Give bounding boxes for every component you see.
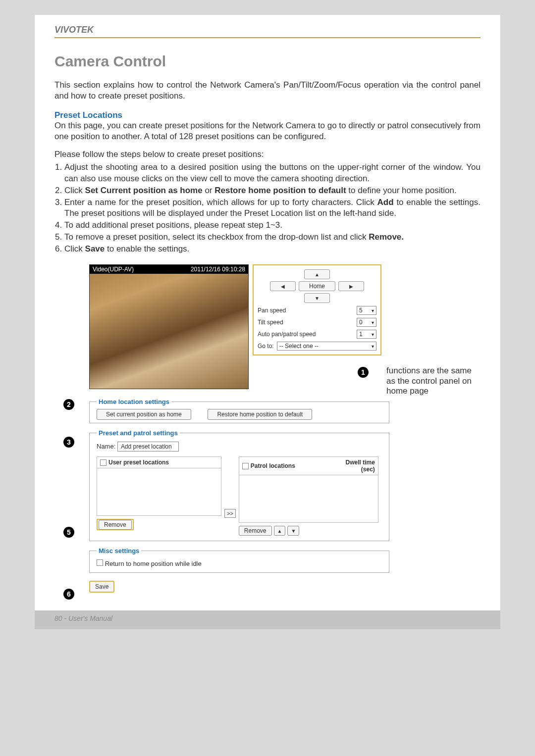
- chevron-down-icon: ▾: [372, 308, 374, 313]
- step-3: Enter a name for the preset position, wh…: [64, 197, 481, 219]
- ptz-control-panel: ▲ ◀ Home ▶ ▼ Pan speed 5▾ Tilt speed 0▾ …: [253, 264, 381, 355]
- misc-settings-legend: Misc settings: [97, 547, 141, 554]
- move-to-patrol-button[interactable]: >>: [224, 509, 236, 518]
- patrol-move-up-button[interactable]: ▲: [274, 526, 286, 536]
- annotation-marker-6: 6: [63, 589, 74, 600]
- step-4: To add additional preset positions, plea…: [64, 220, 481, 231]
- tilt-up-button[interactable]: ▲: [304, 269, 330, 279]
- annotation-marker-3: 3: [63, 437, 74, 448]
- tilt-speed-select[interactable]: 0▾: [357, 318, 376, 327]
- page-footer: 80 - User's Manual: [35, 610, 500, 629]
- home-location-fieldset: Home location settings Set current posit…: [89, 398, 389, 423]
- annotation-note-1: functions are the same as the control pa…: [386, 366, 481, 396]
- step-1: Adjust the shooting area to a desired po…: [64, 162, 481, 184]
- patrol-checkbox[interactable]: [242, 463, 249, 469]
- down-arrow-icon: ▼: [315, 296, 320, 301]
- down-arrow-icon: ▼: [291, 528, 296, 534]
- video-codec-label: Video(UDP-AV): [93, 266, 134, 273]
- preset-desc: On this page, you can create preset posi…: [54, 120, 481, 142]
- user-preset-list[interactable]: User preset locations: [97, 456, 221, 516]
- pan-speed-select[interactable]: 5▾: [357, 306, 376, 315]
- remove-user-preset-button[interactable]: Remove: [99, 520, 132, 530]
- video-title-bar: Video(UDP-AV) 2011/12/16 09:10:28: [90, 265, 248, 274]
- chevron-down-icon: ▾: [372, 320, 374, 325]
- misc-settings-fieldset: Misc settings Return to home position wh…: [89, 547, 389, 573]
- tilt-down-button[interactable]: ▼: [304, 293, 330, 303]
- step-6: Click Save to enable the settings.: [64, 244, 481, 254]
- auto-speed-label: Auto pan/patrol speed: [258, 331, 316, 338]
- preset-heading: Preset Locations: [54, 110, 481, 120]
- save-button[interactable]: Save: [89, 581, 114, 593]
- steps-intro: Please follow the steps below to create …: [54, 149, 481, 160]
- right-arrow-icon: ▶: [349, 284, 353, 289]
- pan-left-button[interactable]: ◀: [270, 281, 296, 291]
- remove-patrol-button[interactable]: Remove: [239, 526, 272, 536]
- chevron-down-icon: ▾: [372, 332, 374, 337]
- page-title: Camera Control: [54, 53, 481, 70]
- home-button[interactable]: Home: [299, 281, 335, 291]
- video-preview[interactable]: Video(UDP-AV) 2011/12/16 09:10:28: [89, 264, 249, 389]
- return-home-idle-label: Return to home position while idle: [105, 560, 202, 567]
- up-arrow-icon: ▲: [277, 528, 282, 534]
- brand-label: VIVOTEK: [54, 25, 481, 35]
- pan-right-button[interactable]: ▶: [338, 281, 364, 291]
- user-preset-checkbox[interactable]: [100, 459, 107, 466]
- auto-speed-select[interactable]: 1▾: [357, 330, 376, 339]
- video-timestamp: 2011/12/16 09:10:28: [191, 266, 245, 273]
- patrol-locations-list[interactable]: Patrol locations Dwell time (sec): [239, 456, 378, 523]
- annotation-marker-5: 5: [63, 527, 74, 538]
- restore-home-default-button[interactable]: Restore home position to default: [208, 409, 312, 420]
- name-label: Name:: [97, 443, 115, 450]
- annotation-marker-2: 2: [63, 399, 74, 410]
- step-2: Click Set Current position as home or Re…: [64, 185, 481, 196]
- tilt-speed-label: Tilt speed: [258, 319, 283, 326]
- patrol-move-down-button[interactable]: ▼: [287, 526, 299, 536]
- preset-patrol-fieldset: Preset and patrol settings Name: Add pre…: [89, 429, 389, 541]
- return-home-idle-checkbox[interactable]: [97, 559, 103, 566]
- goto-select[interactable]: -- Select one --▾: [277, 342, 376, 351]
- home-location-legend: Home location settings: [97, 398, 171, 405]
- chevron-down-icon: ▾: [372, 344, 374, 349]
- goto-label: Go to:: [258, 343, 274, 350]
- pan-speed-label: Pan speed: [258, 307, 286, 314]
- intro-text: This section explains how to control the…: [54, 80, 481, 101]
- annotation-marker-1: 1: [358, 367, 369, 378]
- preset-name-input[interactable]: Add preset location: [117, 442, 179, 452]
- steps-list: Adjust the shooting area to a desired po…: [54, 162, 481, 254]
- step-5: To remove a preset position, select its …: [64, 232, 481, 243]
- up-arrow-icon: ▲: [315, 272, 320, 277]
- preset-patrol-legend: Preset and patrol settings: [97, 429, 180, 437]
- left-arrow-icon: ◀: [281, 284, 285, 289]
- header-rule: [54, 37, 481, 38]
- set-current-home-button[interactable]: Set current position as home: [97, 409, 191, 420]
